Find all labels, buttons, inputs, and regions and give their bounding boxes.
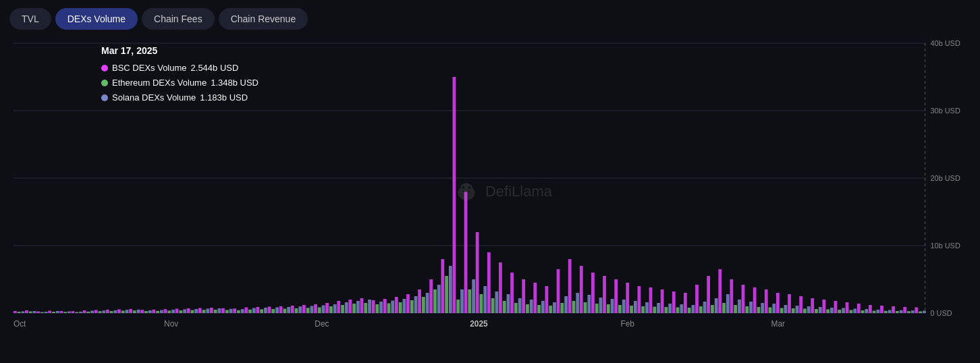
svg-rect-134 xyxy=(472,279,475,313)
svg-rect-175 xyxy=(630,306,633,313)
svg-rect-195 xyxy=(707,276,710,313)
svg-rect-31 xyxy=(75,312,78,314)
svg-rect-15 xyxy=(13,311,17,313)
svg-rect-93 xyxy=(314,304,317,313)
svg-rect-204 xyxy=(742,285,745,313)
svg-rect-185 xyxy=(668,304,672,313)
svg-text:20b USD: 20b USD xyxy=(931,174,960,182)
tooltip-sol-label: Solana DEXs Volume xyxy=(112,90,196,105)
svg-rect-128 xyxy=(449,266,452,313)
svg-rect-81 xyxy=(268,307,271,314)
sol-dot xyxy=(101,94,108,101)
tab-tvl[interactable]: TVL xyxy=(9,8,51,30)
svg-rect-225 xyxy=(822,300,825,313)
svg-rect-223 xyxy=(815,309,818,313)
svg-rect-71 xyxy=(229,309,233,313)
tab-chain-fees[interactable]: Chain Fees xyxy=(142,8,215,30)
svg-rect-193 xyxy=(699,306,703,313)
svg-rect-64 xyxy=(202,310,206,313)
main-container: TVL DEXs Volume Chain Fees Chain Revenue… xyxy=(0,0,980,363)
svg-text:10b USD: 10b USD xyxy=(931,242,960,250)
svg-rect-30 xyxy=(72,311,75,313)
tooltip-bsc-value: 2.544b USD xyxy=(191,61,239,76)
svg-rect-121 xyxy=(422,297,425,313)
svg-rect-208 xyxy=(757,307,761,313)
svg-rect-202 xyxy=(734,305,737,313)
svg-rect-47 xyxy=(137,310,140,313)
svg-rect-213 xyxy=(776,293,780,313)
svg-rect-139 xyxy=(491,298,495,313)
svg-rect-73 xyxy=(237,310,240,313)
svg-rect-53 xyxy=(160,310,163,313)
svg-rect-52 xyxy=(156,311,159,313)
svg-rect-69 xyxy=(221,308,225,313)
svg-rect-227 xyxy=(830,308,834,313)
svg-rect-28 xyxy=(63,312,67,313)
svg-rect-129 xyxy=(453,77,456,313)
svg-rect-214 xyxy=(780,308,784,314)
svg-rect-19 xyxy=(29,312,32,314)
svg-rect-133 xyxy=(468,289,471,313)
svg-rect-244 xyxy=(896,311,899,313)
svg-rect-178 xyxy=(641,306,645,313)
svg-rect-34 xyxy=(86,312,90,313)
svg-rect-111 xyxy=(383,299,387,313)
svg-rect-236 xyxy=(865,309,868,313)
svg-rect-72 xyxy=(233,308,236,313)
svg-rect-75 xyxy=(244,308,248,314)
svg-rect-101 xyxy=(345,302,348,313)
svg-rect-18 xyxy=(25,310,28,313)
svg-rect-233 xyxy=(853,309,856,314)
svg-rect-49 xyxy=(144,311,148,313)
svg-rect-123 xyxy=(429,279,433,313)
tooltip-date: Mar 17, 2025 xyxy=(101,43,258,59)
svg-rect-117 xyxy=(406,294,410,313)
svg-rect-58 xyxy=(179,310,182,313)
svg-rect-160 xyxy=(572,301,576,313)
svg-rect-22 xyxy=(40,312,44,314)
svg-rect-88 xyxy=(295,308,298,313)
svg-rect-39 xyxy=(106,310,109,313)
svg-rect-177 xyxy=(638,286,641,313)
svg-rect-162 xyxy=(580,266,583,313)
svg-rect-242 xyxy=(888,310,892,314)
svg-rect-154 xyxy=(549,306,552,313)
svg-rect-190 xyxy=(688,308,691,313)
svg-rect-155 xyxy=(553,302,556,313)
svg-rect-95 xyxy=(322,306,325,314)
svg-text:2025: 2025 xyxy=(470,319,488,329)
svg-rect-229 xyxy=(838,310,841,313)
svg-rect-158 xyxy=(564,296,568,313)
svg-rect-124 xyxy=(433,289,437,313)
svg-rect-186 xyxy=(672,291,676,313)
svg-rect-41 xyxy=(113,310,117,313)
svg-rect-179 xyxy=(645,302,649,313)
svg-rect-84 xyxy=(279,306,283,313)
svg-rect-106 xyxy=(364,303,367,313)
svg-rect-82 xyxy=(271,309,275,313)
svg-rect-182 xyxy=(657,303,660,313)
svg-text:Nov: Nov xyxy=(164,319,178,329)
svg-rect-108 xyxy=(372,300,375,313)
svg-rect-110 xyxy=(379,302,383,313)
tooltip-eth-label: Ethereum DEXs Volume xyxy=(112,76,207,90)
svg-rect-17 xyxy=(22,312,25,314)
svg-rect-105 xyxy=(360,298,364,313)
svg-rect-241 xyxy=(884,311,888,313)
svg-rect-234 xyxy=(857,304,861,313)
svg-rect-51 xyxy=(152,310,155,313)
svg-rect-32 xyxy=(79,312,82,313)
svg-rect-232 xyxy=(849,310,852,314)
svg-rect-97 xyxy=(329,306,333,313)
tab-chain-revenue[interactable]: Chain Revenue xyxy=(219,8,308,30)
svg-rect-50 xyxy=(148,310,152,313)
svg-rect-167 xyxy=(599,298,603,313)
tab-dexs-volume[interactable]: DEXs Volume xyxy=(55,8,138,30)
svg-rect-48 xyxy=(140,310,144,313)
tab-bar: TVL DEXs Volume Chain Fees Chain Revenue xyxy=(7,8,980,30)
svg-rect-219 xyxy=(799,296,802,313)
svg-rect-181 xyxy=(653,307,656,314)
svg-rect-102 xyxy=(348,300,352,313)
svg-rect-187 xyxy=(676,308,680,314)
svg-rect-91 xyxy=(306,308,310,313)
